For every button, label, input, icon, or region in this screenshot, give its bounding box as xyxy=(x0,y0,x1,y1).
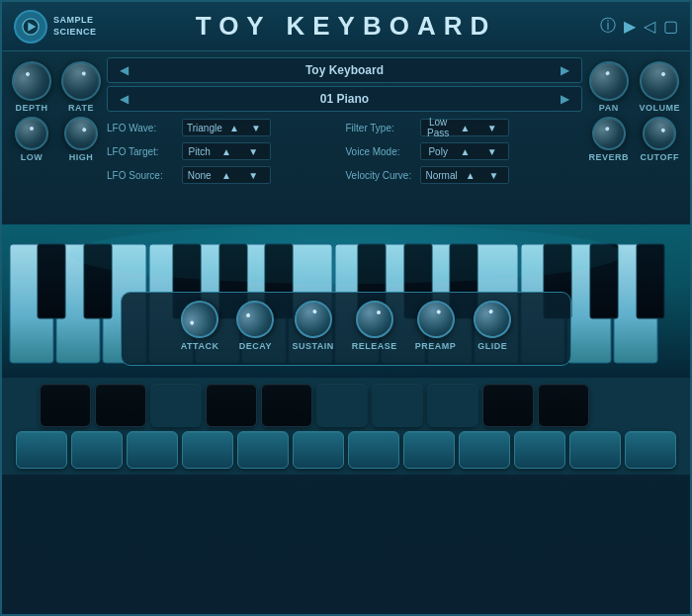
preamp-knob[interactable] xyxy=(411,296,460,344)
lfo-source-row: LFO Source: None ▲ ▼ xyxy=(107,164,343,186)
glide-knob[interactable] xyxy=(471,298,514,341)
rewind-icon[interactable]: ◁ xyxy=(644,17,655,36)
velocity-curve-label: Velocity Curve: xyxy=(345,170,416,181)
vel-down-arrow: ▼ xyxy=(483,170,505,181)
patch-next-arrow[interactable]: ▶ xyxy=(557,92,573,106)
pad-white-2[interactable] xyxy=(71,431,123,469)
stop-icon[interactable]: ▢ xyxy=(663,17,678,36)
pad-spacer-2 xyxy=(316,384,368,427)
pad-white-8[interactable] xyxy=(403,431,455,469)
voice-down-arrow: ▼ xyxy=(479,146,504,157)
lfo-target-up-arrow: ▲ xyxy=(214,146,238,157)
header: SAMPLESCIENCE TOY KEYBOARD ⓘ ▶ ◁ ▢ xyxy=(2,2,690,51)
knob-group-cutoff: CUTOFF xyxy=(639,117,680,162)
play-icon[interactable]: ▶ xyxy=(624,17,636,36)
sustain-label: SUSTAIN xyxy=(292,341,333,351)
pad-white-11[interactable] xyxy=(569,431,621,469)
sustain-knob-group: SUSTAIN xyxy=(292,301,333,351)
lfo-source-value: None xyxy=(187,170,212,181)
pad-spacer-3 xyxy=(372,384,423,427)
voice-mode-row: Voice Mode: Poly ▲ ▼ xyxy=(345,140,581,162)
attack-knob[interactable] xyxy=(174,294,225,345)
decay-knob[interactable] xyxy=(229,294,281,345)
preamp-knob-group: PREAMP xyxy=(415,301,457,351)
patch-prev-arrow[interactable]: ◀ xyxy=(116,92,132,106)
envelope-section: ATTACK DECAY SUSTAIN RELEASE PREAMP xyxy=(121,292,571,366)
preamp-label: PREAMP xyxy=(415,341,457,351)
knob-group-low: LOW xyxy=(12,117,51,162)
lfo-wave-select[interactable]: Triangle ▲ ▼ xyxy=(182,119,271,136)
top-controls: DEPTH RATE LOW HIGH ◀ Toy Keyboard ▶ xyxy=(2,51,690,224)
knob-group-reverb: REVERB xyxy=(588,117,630,162)
cutoff-knob[interactable] xyxy=(636,110,683,157)
pad-black-5[interactable] xyxy=(482,384,534,427)
pad-spacer-1 xyxy=(150,384,202,427)
pad-white-10[interactable] xyxy=(514,431,565,469)
volume-knob[interactable] xyxy=(633,54,687,109)
pad-white-4[interactable] xyxy=(182,431,233,469)
filter-type-row: Filter Type: Low Pass ▲ ▼ xyxy=(345,117,581,138)
info-icon[interactable]: ⓘ xyxy=(600,16,616,37)
vel-up-arrow: ▲ xyxy=(460,170,481,181)
attack-label: ATTACK xyxy=(181,341,219,351)
reverb-knob[interactable] xyxy=(587,112,631,155)
pad-white-6[interactable] xyxy=(293,431,344,469)
voice-mode-select[interactable]: Poly ▲ ▼ xyxy=(420,142,509,160)
pad-white-9[interactable] xyxy=(459,431,510,469)
lfo-source-down-arrow: ▼ xyxy=(241,170,266,181)
lfo-wave-value: Triangle xyxy=(187,123,222,133)
logo: SAMPLESCIENCE xyxy=(14,10,113,44)
filter-type-label: Filter Type: xyxy=(345,123,416,133)
reverb-label: REVERB xyxy=(588,152,629,162)
filter-type-select[interactable]: Low Pass ▲ ▼ xyxy=(420,119,509,136)
glide-knob-group: GLIDE xyxy=(474,301,511,351)
velocity-curve-select[interactable]: Normal ▲ ▼ xyxy=(420,166,509,184)
svg-rect-18 xyxy=(38,244,65,318)
filter-type-value: Low Pass xyxy=(425,117,450,138)
high-knob[interactable] xyxy=(57,110,105,157)
velocity-curve-row: Velocity Curve: Normal ▲ ▼ xyxy=(345,164,581,186)
pad-white-3[interactable] xyxy=(127,431,178,469)
svg-point-29 xyxy=(69,224,623,284)
preset-name-bar: ◀ Toy Keyboard ▶ xyxy=(107,57,582,83)
rate-knob[interactable] xyxy=(55,55,106,106)
volume-label: VOLUME xyxy=(639,103,680,113)
filter-down-arrow: ▼ xyxy=(479,123,504,133)
settings-grid: LFO Wave: Triangle ▲ ▼ Filter Type: Low … xyxy=(107,117,582,186)
pad-black-3[interactable] xyxy=(206,384,257,427)
pad-white-7[interactable] xyxy=(348,431,399,469)
knob-group-pan: PAN xyxy=(588,61,630,113)
pad-white-5[interactable] xyxy=(237,431,289,469)
pad-white-1[interactable] xyxy=(16,431,67,469)
logo-text: SAMPLESCIENCE xyxy=(53,15,97,38)
sustain-knob[interactable] xyxy=(292,298,335,341)
lfo-target-select[interactable]: Pitch ▲ ▼ xyxy=(182,142,271,160)
pan-knob[interactable] xyxy=(586,58,632,104)
lfo-source-select[interactable]: None ▲ ▼ xyxy=(182,166,271,184)
voice-mode-value: Poly xyxy=(425,146,450,157)
patch-name: 01 Piano xyxy=(132,92,557,106)
app-title: TOY KEYBOARD xyxy=(113,11,579,42)
logo-icon xyxy=(14,10,47,44)
center-panel: ◀ Toy Keyboard ▶ ◀ 01 Piano ▶ LFO Wave: … xyxy=(107,57,582,186)
pad-black-1[interactable] xyxy=(40,384,91,427)
knob-group-rate: RATE xyxy=(61,61,101,113)
header-icons: ⓘ ▶ ◁ ▢ xyxy=(579,16,678,37)
depth-knob[interactable] xyxy=(5,54,59,109)
lfo-wave-label: LFO Wave: xyxy=(107,123,178,133)
patch-name-bar: ◀ 01 Piano ▶ xyxy=(107,86,582,112)
low-knob[interactable] xyxy=(15,117,48,150)
pad-white-12[interactable] xyxy=(625,431,676,469)
release-knob-group: RELEASE xyxy=(352,301,397,351)
release-knob[interactable] xyxy=(356,301,393,338)
release-label: RELEASE xyxy=(352,341,397,351)
envelope-knobs: ATTACK DECAY SUSTAIN RELEASE PREAMP xyxy=(136,301,556,351)
pad-black-2[interactable] xyxy=(95,384,146,427)
lfo-wave-up-arrow: ▲ xyxy=(224,123,244,133)
left-knobs: DEPTH RATE LOW HIGH xyxy=(12,57,101,162)
pad-spacer-4 xyxy=(427,384,478,427)
pad-black-6[interactable] xyxy=(538,384,589,427)
preset-next-arrow[interactable]: ▶ xyxy=(557,63,573,77)
pad-black-4[interactable] xyxy=(261,384,312,427)
preset-prev-arrow[interactable]: ◀ xyxy=(116,63,132,77)
